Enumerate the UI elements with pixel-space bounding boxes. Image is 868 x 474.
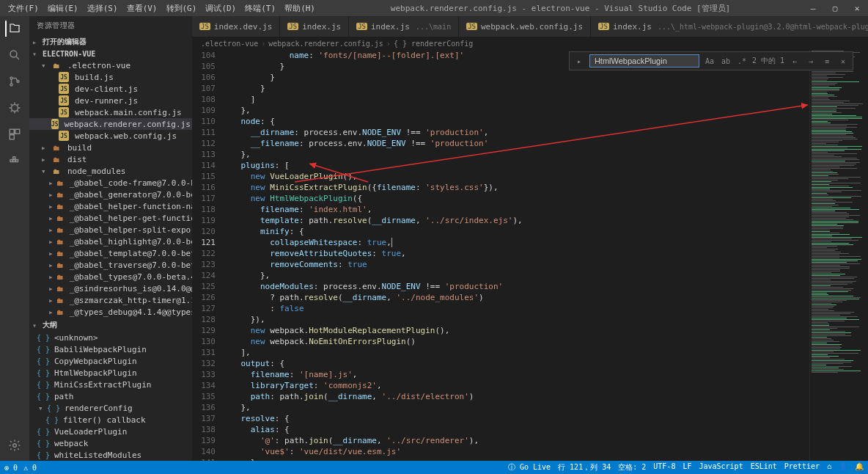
project-section[interactable]: ▾ELECTRON-VUE — [29, 48, 192, 59]
find-toggle-icon[interactable]: ▸ — [573, 55, 585, 67]
tree-item[interactable]: ▸🖿dist — [29, 153, 192, 165]
window-title: webpack.renderer.config.js - electron-vu… — [319, 3, 802, 14]
find-selection-icon[interactable]: ≡ — [821, 55, 833, 67]
extensions-icon[interactable] — [7, 126, 23, 142]
find-results: 2 中的 1 — [752, 56, 784, 66]
status-item[interactable]: 👤 — [839, 462, 847, 473]
outline-item[interactable]: ▾{ }rendererConfig — [29, 402, 192, 414]
status-item[interactable]: ⌂ — [827, 462, 831, 473]
status-item[interactable]: ⚠ 0 — [23, 464, 37, 472]
tree-item[interactable]: JSdev-client.js — [29, 83, 192, 95]
status-item[interactable]: 行 121，列 34 — [558, 462, 611, 473]
editor-tab[interactable]: JSwebpack.web.config.js — [459, 16, 591, 37]
menu-item[interactable]: 查看(V) — [123, 1, 161, 15]
tree-item[interactable]: JSwebpack.web.config.js — [29, 130, 192, 142]
settings-gear-icon[interactable] — [7, 437, 23, 453]
status-item[interactable]: ⊗ 0 — [4, 464, 18, 472]
status-item[interactable]: ESLint — [751, 462, 777, 473]
outline-item[interactable]: { }webpack — [29, 437, 192, 449]
menu-item[interactable]: 文件(F) — [4, 1, 43, 15]
editor-tab[interactable]: JSindex.dev.js — [192, 16, 280, 37]
minimize-button[interactable]: — — [802, 4, 824, 13]
prev-match-icon[interactable]: ← — [789, 55, 801, 67]
whole-word-icon[interactable]: ab — [720, 55, 732, 67]
tree-item[interactable]: JSwebpack.main.config.js — [29, 106, 192, 118]
tree-item[interactable]: ▾🖿node_modules — [29, 165, 192, 177]
svg-point-12 — [13, 444, 17, 448]
tree-item[interactable]: ▸🖿_@babel_helper-function-name@7.0.0-bet… — [29, 200, 192, 212]
tree-item[interactable]: ▸🖿_@babel_generator@7.0.0-beta.44@@babel — [29, 189, 192, 200]
breadcrumb[interactable]: .electron-vue›webpack.renderer.config.js… — [192, 37, 868, 50]
breadcrumb-item[interactable]: .electron-vue — [201, 40, 258, 48]
tree-item[interactable]: JSdev-runner.js — [29, 95, 192, 106]
next-match-icon[interactable]: → — [805, 55, 817, 67]
status-item[interactable]: 空格: 2 — [618, 462, 646, 473]
open-editors-section[interactable]: ▸打开的编辑器 — [29, 35, 192, 48]
explorer-icon[interactable] — [5, 21, 21, 37]
code-content[interactable]: name: 'fonts/[name]--[folder].[ext]' } }… — [221, 50, 809, 461]
status-item[interactable]: Prettier — [784, 462, 820, 473]
outline-section[interactable]: ▾大纲 — [29, 318, 192, 332]
file-tree: ▾🖿.electron-vueJSbuild.jsJSdev-client.js… — [29, 59, 192, 318]
menu-item[interactable]: 转到(G) — [163, 1, 201, 15]
menu-item[interactable]: 调试(D) — [202, 1, 240, 15]
tree-item[interactable]: ▸🖿_@babel_template@7.0.0-beta.44@@babel — [29, 247, 192, 259]
outline-item[interactable]: { }BabiliWebpackPlugin — [29, 343, 192, 355]
tree-item[interactable]: ▸🖿_@babel_helper-split-export-declaratio… — [29, 224, 192, 236]
tree-item[interactable]: ▸🖿_@szmarczak_http-timer@1.1.2@@szmarcza… — [29, 294, 192, 306]
search-icon[interactable] — [7, 47, 23, 63]
editor-tab[interactable]: JSindex.js...\main — [349, 16, 459, 37]
svg-rect-5 — [10, 129, 14, 134]
tree-item[interactable]: JSbuild.js — [29, 71, 192, 83]
breadcrumb-item[interactable]: webpack.renderer.config.js — [268, 40, 383, 48]
minimap[interactable] — [809, 50, 868, 461]
outline-item[interactable]: { }VueLoaderPlugin — [29, 426, 192, 437]
breadcrumb-item[interactable]: { } rendererConfig — [394, 40, 473, 48]
status-item[interactable]: 🔔 — [855, 462, 864, 473]
close-window-button[interactable]: ✕ — [846, 4, 868, 13]
status-item[interactable]: JavaScript — [699, 462, 743, 473]
svg-rect-7 — [10, 135, 14, 139]
tree-item[interactable]: ▾🖿.electron-vue — [29, 59, 192, 71]
title-bar: 文件(F)编辑(E)选择(S)查看(V)转到(G)调试(D)终端(T)帮助(H)… — [0, 0, 868, 16]
editor-tab[interactable]: JSindex.js...\_html-webpack-plugin@3.2.0… — [591, 16, 868, 37]
code-editor[interactable]: 1041051061071081091101111121131141151161… — [192, 50, 868, 461]
outline-item[interactable]: { }CopyWebpackPlugin — [29, 355, 192, 367]
status-item[interactable]: UTF-8 — [653, 462, 675, 473]
tree-item[interactable]: JSwebpack.renderer.config.js — [29, 118, 192, 130]
menu-item[interactable]: 选择(S) — [84, 1, 122, 15]
tree-item[interactable]: ▸🖿_@babel_types@7.0.0-beta.44@@babel — [29, 271, 192, 282]
debug-icon[interactable] — [7, 100, 23, 116]
tree-item[interactable]: ▸🖿_@babel_code-frame@7.0.0-beta.44@@babe… — [29, 177, 192, 189]
outline-list: { }<unknown>{ }BabiliWebpackPlugin{ }Cop… — [29, 332, 192, 461]
outline-item[interactable]: { }HtmlWebpackPlugin — [29, 367, 192, 379]
outline-item[interactable]: { }filter() callback — [29, 414, 192, 426]
outline-item[interactable]: { }MiniCssExtractPlugin — [29, 379, 192, 390]
tree-item[interactable]: ▸🖿_@types_debug@4.1.4@@types — [29, 306, 192, 318]
match-case-icon[interactable]: Aa — [704, 55, 716, 67]
maximize-button[interactable]: ▢ — [824, 4, 846, 13]
outline-item[interactable]: { }path — [29, 390, 192, 402]
menu-item[interactable]: 帮助(H) — [281, 1, 319, 15]
outline-item[interactable]: { }whiteListedModules — [29, 449, 192, 461]
svg-rect-10 — [16, 160, 18, 162]
tree-item[interactable]: ▸🖿_@sindresorhus_is@0.14.0@@sindresorhus — [29, 282, 192, 294]
svg-point-1 — [10, 77, 12, 79]
status-item[interactable]: LF — [683, 462, 691, 473]
tree-item[interactable]: ▸🖿_@babel_highlight@7.0.0-beta.44@@babel — [29, 236, 192, 247]
find-close-icon[interactable]: ✕ — [837, 55, 849, 67]
find-input[interactable] — [589, 54, 699, 68]
regex-icon[interactable]: .* — [736, 55, 748, 67]
source-control-icon[interactable] — [7, 73, 23, 90]
tree-item[interactable]: ▸🖿build — [29, 142, 192, 153]
activity-bar — [0, 16, 29, 461]
status-item[interactable]: ⓘ Go Live — [508, 462, 551, 473]
editor-tab[interactable]: JSindex.js — [280, 16, 349, 37]
tree-item[interactable]: ▸🖿_@babel_traverse@7.0.0-beta.44@@babel — [29, 259, 192, 271]
menu-item[interactable]: 终端(T) — [241, 1, 279, 15]
docker-icon[interactable] — [7, 153, 23, 169]
svg-point-0 — [10, 51, 17, 57]
menu-item[interactable]: 编辑(E) — [44, 1, 82, 15]
outline-item[interactable]: { }<unknown> — [29, 332, 192, 343]
tree-item[interactable]: ▸🖿_@babel_helper-get-function-arity@7.0.… — [29, 212, 192, 224]
